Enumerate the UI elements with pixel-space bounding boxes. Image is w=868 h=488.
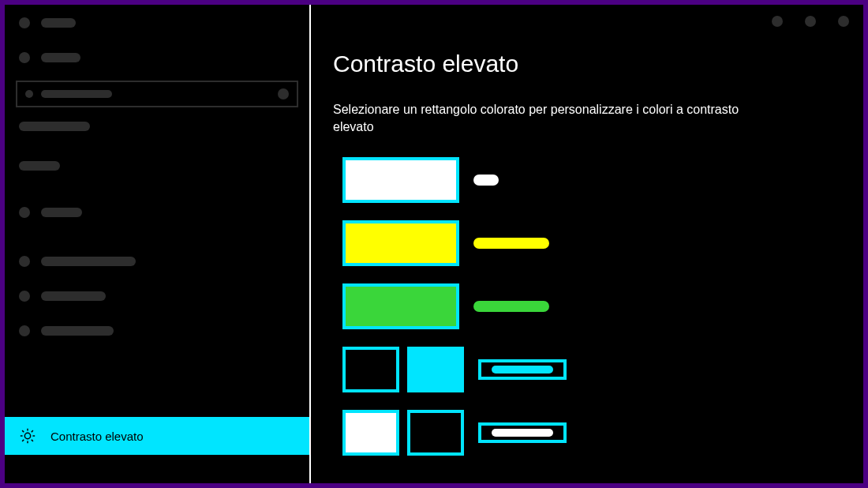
settings-window: Contrasto elevato Contrasto elevato Sele… <box>5 5 863 483</box>
search-icon <box>25 90 33 98</box>
svg-point-0 <box>24 433 30 438</box>
sidebar-item[interactable] <box>5 201 309 224</box>
swatch-label <box>492 429 553 437</box>
search-placeholder <box>41 90 112 98</box>
sidebar-home[interactable] <box>5 46 309 69</box>
sidebar-item[interactable] <box>5 284 309 308</box>
sidebar-item-icon <box>19 256 30 267</box>
color-swatch-row <box>333 410 832 456</box>
sidebar-home-label <box>41 53 80 62</box>
color-swatch-row <box>333 220 832 266</box>
sidebar-item-label <box>41 257 136 266</box>
color-swatch[interactable] <box>342 220 459 266</box>
color-swatch[interactable] <box>342 157 459 203</box>
sidebar-header-row <box>5 13 309 46</box>
sidebar-item[interactable] <box>5 250 309 273</box>
swatch-label <box>473 238 549 249</box>
swatch-label-box[interactable] <box>478 359 567 380</box>
svg-line-5 <box>22 430 24 432</box>
sidebar-item-icon <box>19 207 30 218</box>
color-swatch-row <box>333 283 832 329</box>
sidebar-item-icon <box>19 291 30 302</box>
swatch-label <box>473 175 499 186</box>
sidebar-item-label <box>19 161 60 171</box>
close-button[interactable] <box>838 16 849 27</box>
sidebar-item-label <box>41 291 106 301</box>
color-swatch[interactable] <box>342 283 459 329</box>
sidebar: Contrasto elevato <box>5 5 311 483</box>
sidebar-active-label: Contrasto elevato <box>51 430 144 443</box>
sidebar-item[interactable] <box>5 161 309 186</box>
color-swatch[interactable] <box>342 347 399 392</box>
brightness-icon <box>19 427 36 445</box>
color-swatch-pair <box>342 410 464 456</box>
svg-line-7 <box>22 440 24 441</box>
swatch-list <box>333 157 832 456</box>
page-title: Contrasto elevato <box>333 51 832 77</box>
page-description: Selezionare un rettangolo colorato per p… <box>333 101 743 135</box>
swatch-label-box[interactable] <box>478 422 567 443</box>
main-content: Contrasto elevato Selezionare un rettang… <box>311 5 863 483</box>
color-swatch[interactable] <box>407 410 464 456</box>
menu-icon[interactable] <box>19 17 30 28</box>
search-action-icon <box>278 88 289 99</box>
sidebar-search[interactable] <box>16 81 298 107</box>
swatch-label <box>473 301 549 312</box>
color-swatch-row <box>333 347 832 392</box>
svg-line-8 <box>32 430 33 432</box>
sidebar-item-label <box>41 208 82 217</box>
color-swatch-pair <box>342 347 464 392</box>
sidebar-header-label <box>41 18 76 28</box>
sidebar-item[interactable] <box>5 319 309 343</box>
window-controls <box>772 16 849 27</box>
color-swatch[interactable] <box>407 347 464 392</box>
sidebar-item-label <box>41 326 114 336</box>
color-swatch-row <box>333 157 832 203</box>
color-swatch[interactable] <box>342 410 399 456</box>
sidebar-item-high-contrast[interactable]: Contrasto elevato <box>5 417 309 455</box>
swatch-label <box>492 366 553 374</box>
sidebar-trail <box>5 455 309 483</box>
svg-line-6 <box>32 440 33 441</box>
maximize-button[interactable] <box>805 16 816 27</box>
home-icon <box>19 52 30 63</box>
minimize-button[interactable] <box>772 16 783 27</box>
sidebar-item-icon <box>19 325 30 336</box>
section-label <box>19 122 90 131</box>
sidebar-section-heading <box>5 122 309 147</box>
